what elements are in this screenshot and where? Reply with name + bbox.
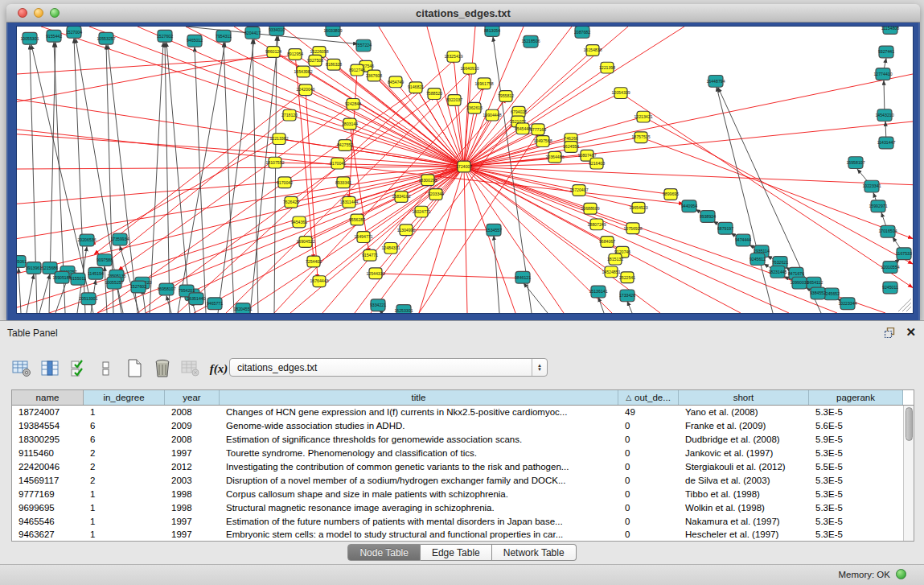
table-cell[interactable]: 9777169 [12, 489, 84, 499]
table-row[interactable]: 1938455462009Genome-wide association stu… [12, 419, 903, 433]
network-node[interactable]: 15834102 [392, 192, 410, 203]
table-cell[interactable]: 9699695 [12, 503, 84, 513]
network-node[interactable]: 18325419 [444, 51, 462, 62]
network-node[interactable]: 14524851 [602, 266, 620, 278]
black-edge[interactable] [150, 43, 163, 313]
network-node[interactable]: 10223341 [862, 180, 881, 192]
network-node[interactable]: 1815132 [607, 253, 623, 265]
network-node[interactable]: 9899695 [663, 189, 679, 200]
network-node[interactable]: 17016504 [878, 225, 897, 237]
table-cell[interactable]: 19384554 [12, 421, 84, 431]
table-cell[interactable]: 2 [84, 448, 165, 458]
network-node[interactable]: 15494771 [354, 232, 372, 243]
tab-node-table[interactable]: Node Table [347, 544, 421, 561]
table-row[interactable]: 977716911998Corpus callosum shape and si… [12, 487, 903, 501]
black-edge[interactable] [39, 274, 50, 313]
table-cell[interactable]: Corpus callosum shape and size in male p… [220, 489, 618, 499]
network-node[interactable]: 16904522 [296, 237, 314, 248]
table-cell[interactable]: 9465546 [12, 517, 84, 526]
resize-grip-icon[interactable] [906, 307, 911, 311]
table-cell[interactable]: 2009 [165, 421, 220, 431]
table-cell[interactable]: 0 [618, 462, 679, 472]
network-node[interactable]: 15992971 [869, 200, 887, 212]
table-cell[interactable]: 9115460 [12, 448, 84, 458]
network-node[interactable]: 12010554 [881, 262, 899, 274]
network-node[interactable]: 16448794 [706, 75, 725, 87]
network-node[interactable]: 20206536 [77, 234, 96, 246]
network-node[interactable]: 16154838 [583, 45, 602, 56]
table-row[interactable]: 1830029562008Estimation of significance … [12, 433, 903, 447]
network-node[interactable]: 18300295 [418, 175, 437, 186]
network-node[interactable]: 10756928 [623, 223, 642, 234]
network-node[interactable]: 22420046 [296, 84, 314, 96]
red-edge[interactable] [464, 167, 515, 313]
table-cell[interactable]: 0 [618, 476, 679, 485]
red-edge[interactable] [17, 167, 464, 169]
red-edge[interactable] [376, 167, 464, 274]
black-edge[interactable] [166, 295, 171, 313]
table-cell[interactable]: 1997 [165, 517, 220, 526]
network-node[interactable]: 6216403 [589, 158, 605, 169]
network-node[interactable]: 9860124 [265, 47, 281, 58]
table-cell[interactable]: Changes of HCN gene expression and I(f) … [220, 407, 618, 417]
red-edge[interactable] [306, 90, 318, 279]
network-node[interactable]: 16543982 [294, 66, 312, 77]
network-node[interactable]: 18757515 [631, 132, 650, 143]
table-cell[interactable]: 0 [618, 517, 679, 526]
red-edge[interactable] [464, 167, 633, 229]
table-cell[interactable]: 18724007 [12, 407, 84, 417]
table-row[interactable]: 1456911722003Disruption of a novel membe… [12, 473, 903, 487]
table-body[interactable]: 1872400712008Changes of HCN gene express… [12, 406, 903, 541]
network-node[interactable]: 10055257 [105, 277, 123, 289]
table-cell[interactable]: Stergiakouli et al. (2012) [679, 462, 809, 472]
network-node[interactable]: 9203344 [428, 189, 444, 200]
table-cell[interactable]: 2012 [165, 462, 220, 472]
red-edge[interactable] [17, 134, 464, 167]
table-cell[interactable]: Estimation of the future numbers of pati… [220, 517, 618, 526]
table-cell[interactable]: 0 [618, 503, 679, 513]
network-node[interactable]: 6879197 [717, 222, 733, 234]
network-node[interactable]: 9170041 [330, 158, 346, 169]
network-node[interactable]: 16033809 [323, 27, 342, 36]
network-node[interactable]: 9474444 [735, 234, 751, 246]
network-node[interactable]: 12484331 [381, 242, 400, 253]
table-cell[interactable]: 1997 [165, 448, 220, 458]
network-node[interactable]: 7626425 [283, 196, 299, 208]
network-node[interactable]: 1724007 [456, 161, 472, 172]
black-edge[interactable] [165, 43, 170, 313]
table-cell[interactable]: 5.3E-5 [809, 503, 903, 513]
network-node[interactable]: 12774410 [873, 68, 892, 80]
network-node[interactable]: 9327441 [878, 46, 894, 58]
table-cell[interactable]: 5.9E-5 [809, 435, 903, 444]
column-header-in-degree[interactable]: in_degree [84, 390, 165, 405]
black-edge[interactable] [166, 43, 190, 313]
network-node[interactable]: 7954311 [216, 30, 232, 42]
network-node[interactable]: 8912954 [287, 49, 303, 60]
network-node[interactable]: 7588520 [426, 89, 442, 100]
network-node[interactable]: 9146821 [408, 82, 424, 93]
black-edge[interactable] [178, 43, 225, 313]
network-node[interactable]: 16764443 [310, 276, 328, 287]
network-node[interactable]: 15136141 [589, 286, 607, 298]
network-node[interactable]: 9097588 [97, 254, 113, 266]
network-node[interactable]: 9465012 [187, 35, 203, 47]
network-node[interactable]: 11154808 [881, 27, 899, 34]
network-node[interactable]: 9384552 [810, 287, 826, 299]
network-node[interactable]: 11304990 [397, 225, 416, 236]
network-node[interactable]: 11431447 [877, 137, 896, 149]
table-cell[interactable]: Embryonic stem cells: a model to study s… [220, 529, 618, 539]
table-cell[interactable]: 1 [84, 407, 165, 417]
show-columns-icon[interactable] [39, 358, 60, 379]
network-node[interactable]: 15720407 [569, 185, 588, 196]
network-node[interactable]: 9454361 [291, 216, 307, 228]
network-node[interactable]: 9684067 [599, 237, 615, 248]
red-edge[interactable] [454, 56, 464, 167]
table-row[interactable]: 1872400712008Changes of HCN gene express… [12, 406, 903, 419]
table-cell[interactable]: Structural magnetic resonance image aver… [220, 503, 618, 513]
tab-network-table[interactable]: Network Table [492, 544, 577, 561]
network-node[interactable]: 3913961 [26, 262, 42, 274]
select-columns-icon[interactable] [68, 358, 88, 379]
column-header-name[interactable]: name [12, 390, 84, 405]
black-edge[interactable] [27, 274, 34, 313]
network-node[interactable]: 10688609 [581, 203, 599, 214]
